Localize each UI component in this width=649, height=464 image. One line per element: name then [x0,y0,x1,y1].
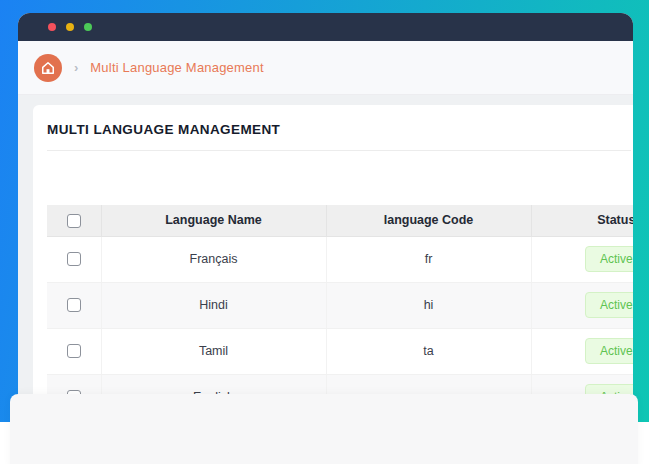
browser-titlebar [18,13,633,41]
breadcrumb-separator: › [74,60,78,75]
maximize-window-icon[interactable] [84,23,92,31]
breadcrumb: › Multi Language Management [18,41,633,95]
page-title: MULTI LANGUAGE MANAGEMENT [47,122,633,137]
browser-window: › Multi Language Management MULTI LANGUA… [18,13,633,398]
status-badge[interactable]: Active [585,338,633,364]
language-code-cell: fr [326,236,531,282]
table-header-row: Language Name language Code Status [47,205,633,236]
table-row: Français fr Active [47,236,633,282]
language-code-cell: hi [326,282,531,328]
row-checkbox[interactable] [67,344,81,358]
home-button[interactable] [34,54,62,82]
traffic-lights [48,23,92,31]
column-header-language-name: Language Name [101,205,326,236]
content-card: MULTI LANGUAGE MANAGEMENT Language Name … [33,105,633,397]
language-name-cell: Français [101,236,326,282]
select-all-header-cell [47,205,101,236]
column-header-language-code: language Code [326,205,531,236]
close-window-icon[interactable] [48,23,56,31]
column-header-status: Status [531,205,633,236]
screenshot-stage: › Multi Language Management MULTI LANGUA… [0,0,649,464]
minimize-window-icon[interactable] [66,23,74,31]
status-badge[interactable]: Active [585,292,633,318]
breadcrumb-current-page[interactable]: Multi Language Management [90,60,263,75]
table-row: Hindi hi Active [47,282,633,328]
language-name-cell: Hindi [101,282,326,328]
row-checkbox[interactable] [67,298,81,312]
language-name-cell: Tamil [101,328,326,374]
status-badge[interactable]: Active [585,246,633,272]
main-content: MULTI LANGUAGE MANAGEMENT Language Name … [18,95,633,397]
bottom-overlay-panel [10,394,638,464]
title-divider [47,150,631,151]
language-table: Language Name language Code Status Franç… [47,205,633,398]
home-icon [41,61,55,75]
select-all-checkbox[interactable] [67,214,81,228]
table-row: Tamil ta Active [47,328,633,374]
row-checkbox[interactable] [67,252,81,266]
language-code-cell: ta [326,328,531,374]
